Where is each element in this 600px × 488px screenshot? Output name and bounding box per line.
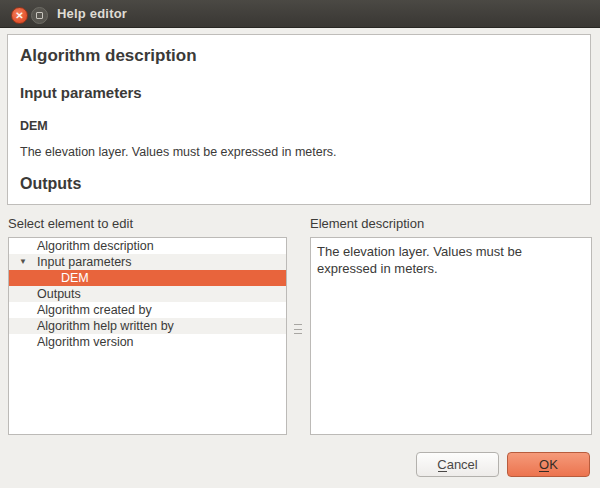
titlebar[interactable]: ✕ Help editor	[0, 0, 600, 28]
close-icon: ✕	[15, 10, 23, 21]
maximize-icon	[36, 12, 43, 19]
tree-item-label: Algorithm description	[37, 239, 154, 253]
cancel-mnemonic-underline	[438, 471, 447, 472]
tree-item-algorithm-version[interactable]: Algorithm version	[9, 334, 286, 350]
preview-heading-outputs: Outputs	[20, 176, 590, 192]
tree-item-algorithm-description[interactable]: Algorithm description	[9, 238, 286, 254]
tree-item-label: Input parameters	[37, 255, 132, 269]
preview-dem-description: The elevation layer. Values must be expr…	[20, 146, 590, 159]
tree-item-outputs[interactable]: Outputs	[9, 286, 286, 302]
tree-item-label: Algorithm help written by	[37, 319, 174, 333]
ok-button[interactable]: OK	[507, 452, 590, 477]
tree-item-algorithm-created-by[interactable]: Algorithm created by	[9, 302, 286, 318]
window-title: Help editor	[57, 6, 127, 21]
preview-heading-algorithm-description: Algorithm description	[20, 47, 590, 64]
tree-item-label: DEM	[61, 271, 89, 285]
select-element-label: Select element to edit	[8, 216, 133, 231]
tree-item-algorithm-help-written-by[interactable]: Algorithm help written by	[9, 318, 286, 334]
splitter-handle[interactable]	[293, 322, 303, 336]
tree-item-label: Outputs	[37, 287, 81, 301]
tree-item-label: Algorithm created by	[37, 303, 152, 317]
tree-item-input-parameters[interactable]: ▼Input parameters	[9, 254, 286, 270]
element-description-label: Element description	[310, 216, 424, 231]
help-preview-panel: Algorithm description Input parameters D…	[7, 34, 591, 205]
element-tree[interactable]: Algorithm description▼Input parametersDE…	[8, 237, 287, 435]
close-button[interactable]: ✕	[11, 7, 28, 24]
tree-item-label: Algorithm version	[37, 335, 134, 349]
ok-mnemonic-underline	[539, 471, 549, 472]
cancel-button[interactable]: Cancel	[416, 452, 499, 477]
element-description-input[interactable]: The elevation layer. Values must be expr…	[310, 237, 592, 435]
maximize-button[interactable]	[31, 7, 48, 24]
cancel-button-label: Cancel	[437, 457, 477, 472]
ok-button-label: OK	[539, 457, 558, 472]
tree-item-dem[interactable]: DEM	[9, 270, 286, 286]
preview-subheading-dem: DEM	[20, 120, 590, 133]
preview-heading-input-parameters: Input parameters	[20, 85, 590, 100]
expand-arrow-icon[interactable]: ▼	[19, 254, 27, 270]
